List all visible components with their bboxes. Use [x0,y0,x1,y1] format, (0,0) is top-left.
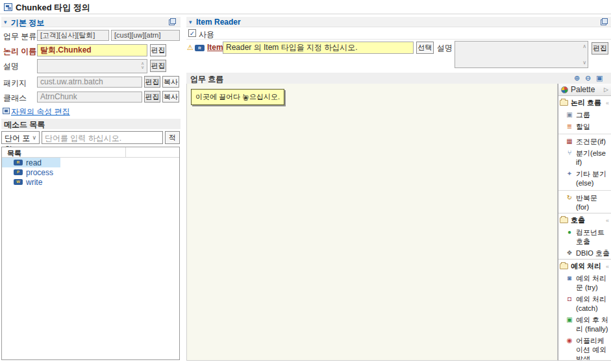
tree-header-label: 목록 [7,149,21,157]
description-field[interactable]: ∧∨ [37,59,147,73]
divider [186,39,611,40]
method-process-icon: P [14,169,23,175]
logical-name-edit-button[interactable]: 편집 [150,44,166,56]
column-divider [125,147,126,158]
tree-item-label: process [26,168,53,177]
resource-properties-link[interactable]: 자원의 속성 편집 [11,106,70,117]
palette-group-label: 예외 처리 [571,261,601,271]
palette-header[interactable]: Palette ▷ [558,84,611,96]
palette-item-어플리케이션 예외 발생[interactable]: ◉어플리케이션 예외 발생 [558,335,611,361]
palette-item-예외 처리문 (try)[interactable]: ◙예외 처리문 (try) [558,273,611,293]
package-copy-button[interactable]: 복사 [162,76,179,88]
palette-item-예외 후 처리 (finally)[interactable]: ▣예외 후 처리 (finally) [558,314,611,335]
palette-item-label: 조건문(if) [576,137,606,146]
flow-canvas[interactable]: 이곳에 끌어다 놓으십시오. [186,84,558,361]
tree-item-read[interactable]: Rread [2,158,60,167]
scroll-down-icon[interactable]: ∨ [582,60,586,66]
flow-title: 업무 흐름 [190,75,223,84]
palette-item-label: 어플리케이션 예외 발생 [576,336,610,361]
method-write-icon: W [14,179,23,185]
palette-expand-icon[interactable]: ▷ [604,86,608,93]
palette-item-DBIO 호출[interactable]: ❖DBIO 호출 [558,247,611,259]
item-field-label: Item [207,43,223,52]
tree-item-label: read [26,158,42,167]
biz-class-field-english[interactable]: [cust][uw][atrn] [111,30,180,41]
palette-item-label: 예외 처리 (catch) [576,295,610,313]
chevron-down-icon: ∨ [32,134,36,141]
palette-item-label: 반복문(for) [576,193,610,212]
palette-icon [561,86,568,93]
palette-item-반복문(for)[interactable]: ↻반복문(for) [558,192,611,213]
elseif-branch-icon: ⑂ [566,149,573,157]
class-edit-button[interactable]: 편집 [144,91,160,103]
logical-name-field[interactable]: 탈회.Chunked [37,44,147,56]
pin-icon[interactable]: « [606,100,609,106]
reader-desc-label: 설명 [437,43,453,54]
if-statement-icon: ▦ [566,137,573,145]
fit-to-window-icon[interactable]: ▣ [596,74,603,82]
scroll-up-icon[interactable]: ∧ [582,43,586,49]
package-field[interactable]: cust.uw.atrn.batch [37,77,142,88]
tree-column-header: 목록 [2,147,179,158]
palette-item-할일[interactable]: ≣할일 [558,121,611,132]
palette-group-예외 처리[interactable]: 예외 처리« [558,259,611,273]
palette-group-label: 호출 [571,215,585,225]
collapse-triangle-icon[interactable]: ▾ [189,19,192,25]
copy-icon[interactable] [601,18,608,25]
dbio-call-icon: ❖ [566,249,573,257]
palette-item-label: 분기(else if) [576,149,610,167]
else-branch-icon: ✦ [566,169,573,178]
filter-mode-select[interactable]: 단어 포함 ∨ [1,131,40,144]
palette-item-그룹[interactable]: ▣그룹 [558,109,611,121]
collapse-triangle-icon[interactable]: ▾ [4,19,7,25]
palette-title: Palette [571,85,595,94]
filter-input[interactable]: 단어를 입력 하십시오. [42,131,163,144]
biz-class-label: 업무 분류 [3,31,36,42]
warning-icon: ⚠ [187,44,193,51]
folder-open-icon [560,263,568,269]
reader-description-field[interactable]: ∧ ∨ [455,41,588,68]
palette-panel: Palette ▷ 논리 흐름«▣그룹≣할일▦조건문(if)⑂분기(else i… [558,84,611,361]
item-type-field[interactable]: Reader 의 Item 타입을 지정 하십시오. [223,42,414,54]
chunked-type-icon [4,3,12,11]
palette-item-컴포넌트 호출[interactable]: ●컴포넌트 호출 [558,226,611,247]
apply-button[interactable]: 적용 [165,131,180,144]
palette-item-label: 그룹 [576,110,590,119]
logical-name-label: 논리 이름 [3,46,36,57]
description-label: 설명 [3,61,19,72]
catch-icon: ◘ [566,295,573,303]
class-copy-button[interactable]: 복사 [162,91,179,103]
palette-item-분기(else if)[interactable]: ⑂분기(else if) [558,147,611,168]
palette-item-조건문(if)[interactable]: ▦조건문(if) [558,136,611,147]
reader-desc-edit-button[interactable]: 편집 [592,42,608,55]
copy-icon[interactable] [169,18,176,25]
biz-class-field-korean[interactable]: [고객][심사][탈회] [37,30,109,41]
tree-items: RreadPprocessWwrite [2,158,179,187]
pin-icon[interactable]: « [606,263,609,270]
flow-section-header: 업무 흐름 ⊕ ⊖ ▣ [186,73,611,84]
drop-hint-note: 이곳에 끌어다 놓으십시오. [191,89,284,105]
palette-group-label: 논리 흐름 [571,98,601,108]
basic-info-title: 기본 정보 [11,18,44,29]
palette-item-기타 분기 (else)[interactable]: ✦기타 분기 (else) [558,168,611,189]
group-icon: ▣ [566,110,573,119]
pin-icon[interactable]: « [606,217,609,224]
for-loop-icon: ↻ [566,193,573,202]
palette-group-호출[interactable]: 호출« [558,213,611,226]
zoom-in-icon[interactable]: ⊕ [574,74,580,82]
tree-item-write[interactable]: Wwrite [2,177,60,187]
description-edit-button[interactable]: 편집 [150,60,166,72]
spinner-icons[interactable]: ∧∨ [140,62,145,69]
item-reader-header: ▾ Item Reader [186,17,611,27]
palette-group-논리 흐름[interactable]: 논리 흐름« [558,96,611,109]
palette-item-예외 처리 (catch)[interactable]: ◘예외 처리 (catch) [558,293,611,314]
zoom-out-icon[interactable]: ⊖ [585,74,591,82]
item-type-icon: R [195,45,205,51]
tree-item-process[interactable]: Pprocess [2,167,60,177]
app-exception-icon: ◉ [566,336,573,345]
select-button[interactable]: 선택 [416,42,434,54]
class-field[interactable]: AtrnChunk [37,91,142,103]
package-edit-button[interactable]: 편집 [144,76,160,88]
use-checkbox[interactable]: ✓ [188,29,196,37]
method-read-icon: R [14,160,23,165]
